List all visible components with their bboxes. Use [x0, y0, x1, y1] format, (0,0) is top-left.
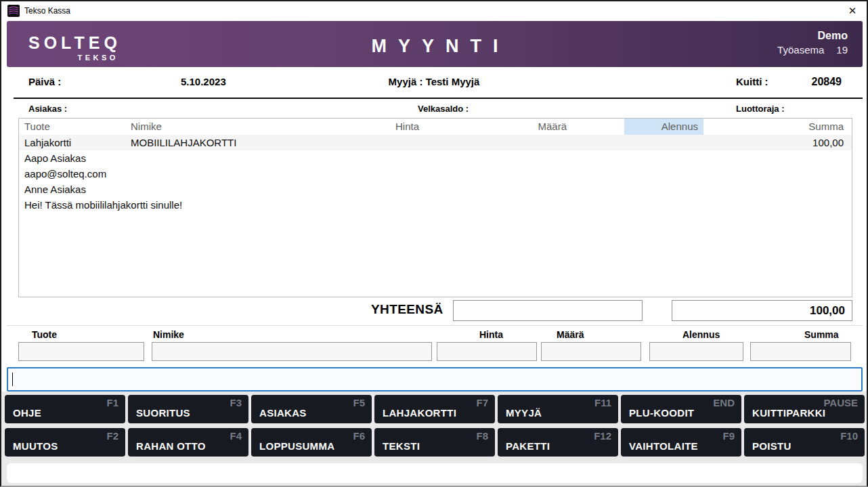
entry-label-tuote: Tuote	[32, 329, 57, 340]
debt-balance-label: Velkasaldo :	[418, 104, 469, 114]
button-label: SUORITUS	[136, 407, 190, 419]
column-header-alennus[interactable]: Alennus	[661, 121, 698, 132]
tuote-input[interactable]	[18, 342, 144, 361]
entry-label-maara: Määrä	[557, 329, 584, 340]
sales-grid-header: Tuote Nimike Hinta Määrä Alennus Summa	[19, 119, 852, 135]
button-keybind: F7	[476, 397, 488, 408]
cell-tuote: Lahjakortti	[24, 137, 71, 148]
button-keybind: F12	[594, 430, 611, 442]
grid-row[interactable]: Lahjakortti MOBIILILAHJAKORTTI 100,00	[19, 135, 852, 150]
button-keybind: F5	[353, 397, 365, 408]
workstation-label: Työasema	[777, 44, 824, 56]
rahan-otto-button[interactable]: RAHAN OTTO F4	[128, 428, 248, 457]
button-keybind: F3	[230, 397, 242, 408]
divider-line	[14, 98, 863, 99]
button-label: LOPPUSUMMA	[259, 440, 334, 452]
loppusumma-button[interactable]: LOPPUSUMMA F6	[251, 428, 372, 457]
window-title: Tekso Kassa	[24, 6, 70, 16]
customer-label: Asiakas :	[28, 104, 67, 114]
cell-tuote: Anne Asiakas	[24, 184, 86, 195]
date-label: Päivä :	[28, 76, 61, 87]
workstation-number: 19	[836, 44, 848, 56]
total-amount: 100,00	[810, 301, 845, 320]
button-label: RAHAN OTTO	[136, 440, 206, 452]
credit-limit-label: Luottoraja :	[736, 104, 785, 114]
grid-row[interactable]: Anne Asiakas	[19, 182, 852, 197]
environment-name: Demo	[777, 30, 848, 42]
asiakas-button[interactable]: ASIAKAS F5	[251, 395, 372, 423]
paketti-button[interactable]: PAKETTI F12	[498, 428, 618, 457]
seller-line: Myyjä : Testi Myyjä	[389, 76, 480, 87]
button-keybind: F10	[840, 430, 858, 442]
button-label: LAHJAKORTTI	[383, 407, 456, 419]
button-keybind: END	[713, 397, 735, 408]
total-label: YHTEENSÄ	[371, 302, 443, 317]
button-label: ASIAKAS	[259, 407, 307, 419]
lahjakortti-button[interactable]: LAHJAKORTTI F7	[374, 395, 495, 423]
function-keys: OHJE F1 SUORITUS F3 ASIAKAS F5 LAHJAKORT…	[5, 395, 865, 457]
button-label: POISTU	[752, 440, 791, 452]
button-label: KUITTIPARKKI	[752, 407, 825, 419]
app-window: Tekso Kassa ✕ SOLTEQ TEKSO MYYNTI Demo T…	[0, 0, 868, 487]
button-keybind: F9	[722, 430, 735, 442]
button-label: MYYJÄ	[506, 407, 542, 419]
cell-tuote: aapo@solteq.com	[24, 168, 106, 179]
column-header-maara[interactable]: Määrä	[538, 121, 567, 132]
entry-label-summa: Summa	[804, 329, 839, 340]
button-keybind: F6	[353, 430, 365, 442]
entry-label-hinta: Hinta	[479, 329, 503, 340]
workstation-line: Työasema19	[777, 44, 848, 56]
column-header-summa[interactable]: Summa	[808, 121, 844, 132]
button-label: VAIHTOLAITE	[629, 440, 698, 452]
status-bar	[7, 463, 863, 483]
button-keybind: F2	[106, 430, 118, 442]
column-header-hinta[interactable]: Hinta	[395, 121, 419, 132]
grid-row[interactable]: Hei! Tässä mobiililahjakortti sinulle!	[19, 197, 852, 213]
button-label: TEKSTI	[383, 440, 420, 452]
suoritus-button[interactable]: SUORITUS F3	[128, 395, 248, 423]
button-keybind: F4	[230, 430, 242, 442]
kuittiparkki-button[interactable]: KUITTIPARKKI PAUSE	[744, 395, 865, 423]
text-caret	[12, 373, 13, 386]
button-label: PAKETTI	[506, 440, 550, 452]
total-amount-box: 100,00	[672, 300, 852, 321]
maara-input[interactable]	[541, 342, 641, 361]
vaihtolaite-button[interactable]: VAIHTOLAITE F9	[621, 428, 741, 457]
myyja-button[interactable]: MYYJÄ F11	[498, 395, 618, 423]
ohje-button[interactable]: OHJE F1	[5, 395, 125, 423]
hinta-input[interactable]	[437, 342, 537, 361]
close-button[interactable]: ✕	[844, 3, 861, 18]
button-label: OHJE	[13, 407, 41, 419]
button-keybind: PAUSE	[823, 397, 858, 408]
sales-grid: Tuote Nimike Hinta Määrä Alennus Summa L…	[18, 118, 852, 297]
titlebar: Tekso Kassa ✕	[1, 1, 867, 21]
app-logo-icon	[7, 5, 20, 17]
alennus-input[interactable]	[649, 342, 743, 361]
nimike-input[interactable]	[152, 342, 432, 361]
entry-label-nimike: Nimike	[153, 329, 184, 340]
section-divider	[7, 325, 863, 326]
command-input[interactable]	[7, 367, 863, 391]
button-keybind: F8	[476, 430, 488, 442]
page-title: MYYNTI	[7, 36, 863, 57]
summa-input[interactable]	[750, 342, 851, 361]
column-header-nimike[interactable]: Nimike	[131, 121, 162, 132]
column-header-tuote[interactable]: Tuote	[24, 121, 50, 132]
poistu-button[interactable]: POISTU F10	[744, 428, 865, 457]
cell-tuote: Aapo Asiakas	[24, 152, 86, 164]
grid-row[interactable]: Aapo Asiakas	[19, 150, 852, 166]
button-keybind: F11	[594, 397, 611, 408]
grid-row[interactable]: aapo@solteq.com	[19, 166, 852, 182]
button-label: PLU-KOODIT	[629, 407, 694, 419]
button-keybind: F1	[106, 397, 118, 408]
receipt-label: Kuitti :	[736, 76, 768, 87]
cell-nimike: MOBIILILAHJAKORTTI	[131, 137, 236, 148]
muutos-button[interactable]: MUUTOS F2	[5, 428, 125, 457]
cell-tuote: Hei! Tässä mobiililahjakortti sinulle!	[24, 199, 182, 211]
cell-summa: 100,00	[812, 137, 844, 148]
teksti-button[interactable]: TEKSTI F8	[374, 428, 495, 457]
receipt-number: 20849	[812, 76, 842, 88]
total-entry-input[interactable]	[453, 300, 643, 321]
date-value: 5.10.2023	[181, 76, 226, 87]
plu-koodit-button[interactable]: PLU-KOODIT END	[621, 395, 741, 423]
